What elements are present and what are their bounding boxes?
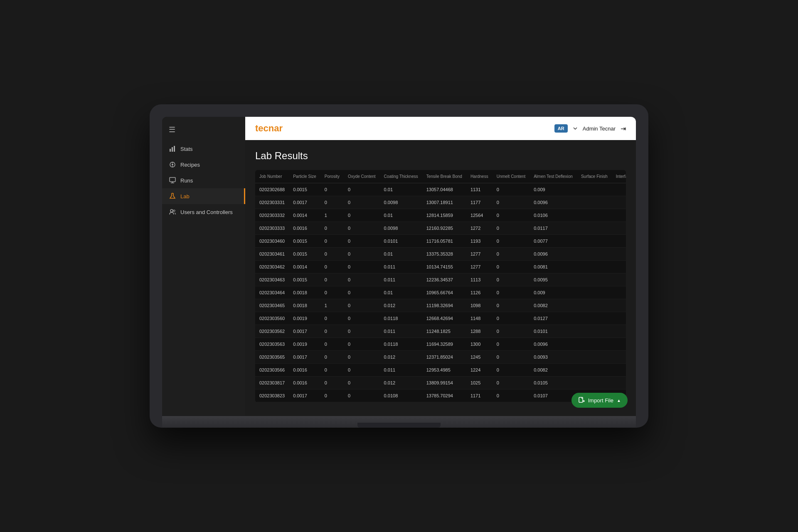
table-cell: 0202303464 — [255, 286, 289, 299]
table-cell: 0.0127 — [530, 312, 577, 325]
table-row: 02023033310.0017000.009813007.1891111770… — [255, 196, 626, 209]
table-cell: 0 — [320, 183, 344, 196]
table-cell: 0 — [320, 325, 344, 338]
table-cell: 0 — [493, 196, 530, 209]
table-cell: 0 — [493, 364, 530, 377]
table-cell: 0.0101 — [530, 325, 577, 338]
col-porosity: Porosity — [320, 170, 344, 183]
table-cell — [577, 299, 612, 312]
table-cell: 0 — [344, 299, 380, 312]
header: tecnar AR Admin Tecnar ⇥ — [245, 117, 636, 140]
main-area: tecnar AR Admin Tecnar ⇥ Lab Results — [245, 117, 636, 416]
table-cell: 0.011 — [380, 325, 422, 338]
table-row: 02023033330.0016000.009812160.9228512720… — [255, 222, 626, 235]
sidebar-item-lab[interactable]: Lab — [162, 188, 245, 204]
table-cell — [612, 273, 626, 286]
table-cell: 0 — [320, 377, 344, 389]
table-cell — [612, 312, 626, 325]
table-row: 02023035630.0019000.011811694.3258913000… — [255, 338, 626, 351]
table-cell — [612, 261, 626, 273]
recipes-icon — [169, 161, 176, 168]
logo-accent: tec — [255, 123, 268, 133]
sidebar-item-recipes[interactable]: Recipes — [162, 157, 245, 172]
table-cell: 0202303817 — [255, 377, 289, 389]
table-cell: 1 — [320, 299, 344, 312]
table-cell: 1277 — [466, 248, 493, 261]
sidebar-item-runs[interactable]: Runs — [162, 172, 245, 188]
table-cell: 0.0082 — [530, 299, 577, 312]
table-body: 02023026880.0015000.0113057.04468113100.… — [255, 183, 626, 402]
import-file-button[interactable]: Import File ▲ — [571, 393, 628, 408]
table-cell — [577, 209, 612, 222]
sidebar-item-users[interactable]: Users and Controllers — [162, 204, 245, 220]
table-cell: 0.0015 — [289, 273, 320, 286]
dropdown-arrow-icon[interactable] — [573, 126, 578, 131]
table-cell: 0202303461 — [255, 248, 289, 261]
table-cell: 12564 — [466, 209, 493, 222]
table-cell — [577, 235, 612, 248]
table-cell: 1193 — [466, 235, 493, 248]
table-row: 02023038170.0016000.01213809.99154102500… — [255, 377, 626, 389]
sidebar-label-users: Users and Controllers — [180, 209, 233, 215]
logout-icon[interactable]: ⇥ — [621, 125, 626, 133]
table-cell: 1126 — [466, 286, 493, 299]
table-cell: 0.0118 — [380, 312, 422, 325]
table-cell: 0 — [493, 299, 530, 312]
table-cell — [577, 312, 612, 325]
table-cell — [577, 325, 612, 338]
table-cell: 0.0082 — [530, 364, 577, 377]
table-cell — [612, 196, 626, 209]
import-chevron-icon: ▲ — [617, 398, 621, 403]
table-cell: 0.0014 — [289, 261, 320, 273]
svg-point-11 — [170, 209, 173, 212]
table-cell: 0 — [320, 248, 344, 261]
table-cell: 0.0117 — [530, 222, 577, 235]
table-cell: 0202302688 — [255, 183, 289, 196]
col-coating-thickness: Coating Thickness — [380, 170, 422, 183]
svg-point-12 — [173, 210, 175, 212]
table-cell: 0.011 — [380, 273, 422, 286]
stats-icon — [169, 145, 176, 153]
table-cell: 1300 — [466, 338, 493, 351]
table-cell: 0.012 — [380, 351, 422, 364]
svg-rect-7 — [170, 177, 175, 182]
table-cell: 0.0018 — [289, 299, 320, 312]
table-cell: 0202303332 — [255, 209, 289, 222]
table-cell: 0 — [344, 273, 380, 286]
table-cell: 0 — [320, 261, 344, 273]
table-cell — [612, 377, 626, 389]
table-cell — [612, 351, 626, 364]
table-cell: 0 — [493, 338, 530, 351]
table-row: 02023035600.0019000.011812668.4269411480… — [255, 312, 626, 325]
sidebar: ☰ Stats — [162, 117, 245, 416]
table-cell: 0.0019 — [289, 312, 320, 325]
table-cell: 0.0016 — [289, 222, 320, 235]
table-cell: 0.0017 — [289, 325, 320, 338]
table-cell: 0.0106 — [530, 209, 577, 222]
table-cell: 0.0098 — [380, 222, 422, 235]
table-cell — [612, 286, 626, 299]
table-cell: 0.0017 — [289, 351, 320, 364]
runs-icon — [169, 177, 176, 184]
col-particle-size: Particle Size — [289, 170, 320, 183]
table-cell: 0202303560 — [255, 312, 289, 325]
table-cell: 13785.70294 — [422, 389, 466, 402]
menu-icon[interactable]: ☰ — [162, 122, 245, 138]
table-cell: 0.01 — [380, 248, 422, 261]
table-cell — [577, 222, 612, 235]
table-cell: 1 — [320, 209, 344, 222]
table-cell: 12668.42694 — [422, 312, 466, 325]
table-cell: 0 — [493, 222, 530, 235]
table-cell: 0.0096 — [530, 196, 577, 209]
table-cell: 0202303823 — [255, 389, 289, 402]
table-cell: 0202303562 — [255, 325, 289, 338]
table-cell: 0.0014 — [289, 209, 320, 222]
table-cell: 0 — [344, 248, 380, 261]
table-row: 02023034640.0018000.0110965.66764112600.… — [255, 286, 626, 299]
sidebar-item-stats[interactable]: Stats — [162, 141, 245, 157]
table-cell: 0.012 — [380, 299, 422, 312]
table-cell: 1177 — [466, 196, 493, 209]
table-cell: 0.0095 — [530, 273, 577, 286]
table-cell: 0 — [344, 222, 380, 235]
table-cell: 0.0017 — [289, 196, 320, 209]
